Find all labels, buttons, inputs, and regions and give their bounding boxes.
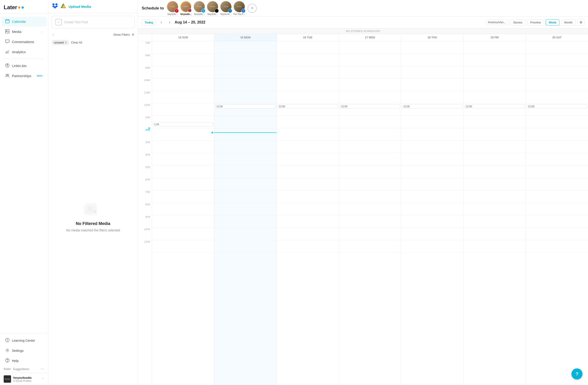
slot-sun-7pm[interactable] xyxy=(152,190,214,203)
slot-fri-3pm[interactable] xyxy=(463,141,526,153)
slot-wed-10am[interactable] xyxy=(339,79,401,91)
slot-thu-11am[interactable] xyxy=(401,91,463,103)
slot-thu-3pm[interactable] xyxy=(401,141,463,153)
preview-view-button[interactable]: Preview xyxy=(527,19,544,25)
slot-thu-9am[interactable] xyxy=(401,66,463,79)
slot-thu-8am[interactable] xyxy=(401,54,463,66)
slot-sat-8pm[interactable] xyxy=(526,203,588,215)
slot-wed-5pm[interactable] xyxy=(339,166,401,178)
slot-thu-10pm[interactable] xyxy=(401,228,463,240)
slot-tue-12pm[interactable]: 12:00 xyxy=(277,103,339,116)
add-profile-button[interactable]: + xyxy=(248,4,257,13)
sidebar-item-help[interactable]: Help xyxy=(1,356,47,366)
slot-thu-9pm[interactable] xyxy=(401,215,463,228)
sidebar-item-linkinbio[interactable]: Linkin.bio xyxy=(1,61,47,71)
filter-options-icon[interactable]: ⚙ xyxy=(132,33,135,36)
slot-wed-7am[interactable] xyxy=(339,41,401,54)
slot-mon-9pm[interactable] xyxy=(214,215,276,228)
slot-tue-4pm[interactable] xyxy=(277,153,339,166)
scheduled-item-sat-12pm[interactable]: 12:00 xyxy=(527,104,587,109)
slot-tue-11pm[interactable] xyxy=(277,240,339,253)
slot-fri-10pm[interactable] xyxy=(463,228,526,240)
slot-sun-10am[interactable] xyxy=(152,79,214,91)
scheduled-item-thu-12pm[interactable]: 12:00 xyxy=(402,104,462,109)
slot-mon-12pm[interactable]: 12:00 xyxy=(214,103,276,116)
slot-thu-12pm[interactable]: 12:00 xyxy=(401,103,463,116)
slot-mon-11pm[interactable] xyxy=(214,240,276,253)
slot-tue-1pm[interactable] xyxy=(277,116,339,128)
slot-tue-9pm[interactable] xyxy=(277,215,339,228)
slot-sun-7am[interactable] xyxy=(152,41,214,54)
slot-mon-9am[interactable] xyxy=(214,66,276,79)
slot-mon-8pm[interactable] xyxy=(214,203,276,215)
slot-sat-4pm[interactable] xyxy=(526,153,588,166)
prev-week-button[interactable]: ‹ xyxy=(158,19,165,25)
create-text-post-button[interactable]: ≡ Create Text Post xyxy=(52,16,135,28)
sidebar-item-learning[interactable]: Learning Center xyxy=(1,336,47,345)
scheduled-item-sun-1pm[interactable]: 1:00 xyxy=(153,122,213,126)
slot-wed-6pm[interactable] xyxy=(339,178,401,190)
profile-avatar-twitter[interactable]: FOOD t foryoufo... xyxy=(193,1,205,15)
slot-mon-4pm[interactable] xyxy=(214,153,276,166)
today-button[interactable]: Today xyxy=(142,19,156,25)
more-options-icon[interactable]: ··· xyxy=(41,367,44,371)
next-week-button[interactable]: › xyxy=(166,19,173,25)
slot-wed-3pm[interactable] xyxy=(339,141,401,153)
slot-sat-10pm[interactable] xyxy=(526,228,588,240)
slot-mon-5pm[interactable] xyxy=(214,166,276,178)
slot-fri-8am[interactable] xyxy=(463,54,526,66)
slot-sun-2pm[interactable] xyxy=(152,128,214,141)
slot-thu-7pm[interactable] xyxy=(401,190,463,203)
slot-sat-2pm[interactable] xyxy=(526,128,588,141)
slot-fri-12pm[interactable]: 12:00 xyxy=(463,103,526,116)
slot-tue-5pm[interactable] xyxy=(277,166,339,178)
slot-fri-10am[interactable] xyxy=(463,79,526,91)
slot-sat-12pm[interactable]: 12:00 xyxy=(526,103,588,116)
slot-mon-1pm[interactable] xyxy=(214,116,276,128)
slot-sun-1pm[interactable]: 1:00 xyxy=(152,116,214,128)
slot-wed-7pm[interactable] xyxy=(339,190,401,203)
filter-tag-remove-icon[interactable]: ✕ xyxy=(65,41,67,44)
profile-avatar-instagram[interactable]: FOOD 📷 foryoufo... xyxy=(180,1,192,15)
slot-fri-2pm[interactable] xyxy=(463,128,526,141)
slot-fri-5pm[interactable] xyxy=(463,166,526,178)
slot-fri-7pm[interactable] xyxy=(463,190,526,203)
slot-thu-2pm[interactable] xyxy=(401,128,463,141)
google-drive-icon[interactable] xyxy=(61,3,66,10)
slot-tue-10am[interactable] xyxy=(277,79,339,91)
stories-view-button[interactable]: Stories xyxy=(510,19,525,25)
slot-sat-8am[interactable] xyxy=(526,54,588,66)
scheduled-item-mon-12pm[interactable]: 12:00 xyxy=(215,104,276,109)
slot-mon-2pm[interactable] xyxy=(214,128,276,141)
slot-tue-10pm[interactable] xyxy=(277,228,339,240)
slot-mon-7pm[interactable] xyxy=(214,190,276,203)
slot-sat-11pm[interactable] xyxy=(526,240,588,253)
sidebar-item-conversations[interactable]: Conversations xyxy=(1,37,47,47)
slot-sun-12pm[interactable] xyxy=(152,103,214,116)
slot-mon-6pm[interactable] xyxy=(214,178,276,190)
slot-sat-5pm[interactable] xyxy=(526,166,588,178)
slot-fri-6pm[interactable] xyxy=(463,178,526,190)
slot-fri-4pm[interactable] xyxy=(463,153,526,166)
slot-fri-11pm[interactable] xyxy=(463,240,526,253)
slot-wed-9pm[interactable] xyxy=(339,215,401,228)
slot-wed-1pm[interactable] xyxy=(339,116,401,128)
slot-tue-8pm[interactable] xyxy=(277,203,339,215)
slot-sat-3pm[interactable] xyxy=(526,141,588,153)
upload-media-button[interactable]: Upload Media xyxy=(68,5,91,8)
slot-sat-7pm[interactable] xyxy=(526,190,588,203)
slot-sat-6pm[interactable] xyxy=(526,178,588,190)
slot-thu-4pm[interactable] xyxy=(401,153,463,166)
slot-mon-10am[interactable] xyxy=(214,79,276,91)
profile-avatar-tiktok[interactable]: FOOD ♪ foryoufo... xyxy=(207,1,219,15)
slot-wed-12pm[interactable]: 12:00 xyxy=(339,103,401,116)
slot-sat-9pm[interactable] xyxy=(526,215,588,228)
slot-sun-4pm[interactable] xyxy=(152,153,214,166)
scheduled-item-fri-12pm[interactable]: 12:00 xyxy=(464,104,525,109)
sidebar-item-analytics[interactable]: Analytics xyxy=(1,47,47,57)
profile-avatar-pinterest[interactable]: FOOD P foryoufo... xyxy=(167,1,179,15)
scheduled-item-tue-12pm[interactable]: 12:00 xyxy=(278,104,338,109)
slot-wed-2pm[interactable] xyxy=(339,128,401,141)
slot-tue-2pm[interactable] xyxy=(277,128,339,141)
slot-sun-8am[interactable] xyxy=(152,54,214,66)
